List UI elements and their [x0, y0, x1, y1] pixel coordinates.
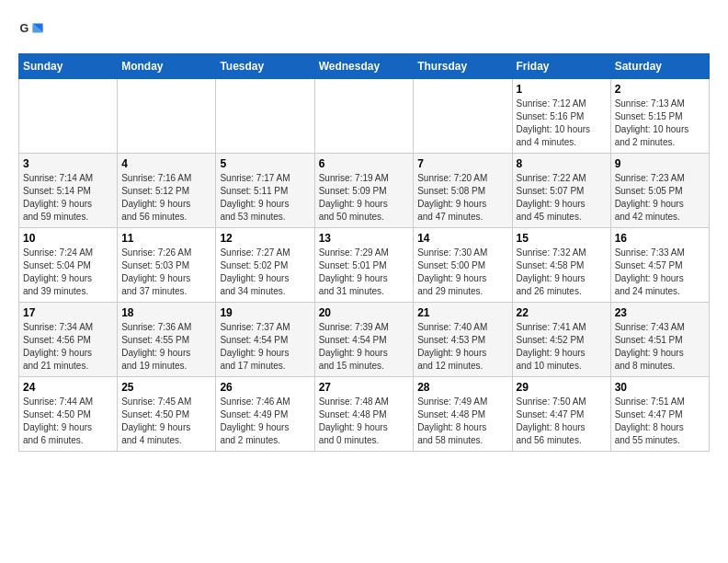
day-info: Sunrise: 7:16 AM Sunset: 5:12 PM Dayligh…	[121, 172, 211, 224]
calendar-cell: 12Sunrise: 7:27 AM Sunset: 5:02 PM Dayli…	[216, 228, 314, 303]
day-info: Sunrise: 7:12 AM Sunset: 5:16 PM Dayligh…	[517, 98, 607, 149]
day-info: Sunrise: 7:22 AM Sunset: 5:07 PM Dayligh…	[517, 172, 607, 224]
day-number: 16	[615, 232, 705, 245]
calendar-cell: 5Sunrise: 7:17 AM Sunset: 5:11 PM Daylig…	[216, 154, 314, 228]
calendar-cell: 29Sunrise: 7:50 AM Sunset: 4:47 PM Dayli…	[512, 377, 610, 452]
calendar-week-1: 1Sunrise: 7:12 AM Sunset: 5:16 PM Daylig…	[19, 79, 710, 154]
day-number: 17	[23, 306, 113, 319]
day-number: 22	[517, 306, 607, 319]
day-info: Sunrise: 7:37 AM Sunset: 4:54 PM Dayligh…	[220, 321, 310, 373]
day-number: 8	[517, 157, 607, 170]
calendar-cell: 9Sunrise: 7:23 AM Sunset: 5:05 PM Daylig…	[610, 154, 709, 228]
day-number: 6	[319, 157, 410, 170]
weekday-header-sunday: Sunday	[19, 54, 118, 79]
calendar-cell: 26Sunrise: 7:46 AM Sunset: 4:49 PM Dayli…	[216, 377, 314, 452]
day-number: 9	[615, 157, 705, 170]
calendar-cell: 22Sunrise: 7:41 AM Sunset: 4:52 PM Dayli…	[512, 303, 610, 377]
day-number: 14	[417, 232, 507, 245]
day-info: Sunrise: 7:17 AM Sunset: 5:11 PM Dayligh…	[220, 172, 310, 224]
calendar-cell: 27Sunrise: 7:48 AM Sunset: 4:48 PM Dayli…	[314, 377, 414, 452]
calendar-cell: 23Sunrise: 7:43 AM Sunset: 4:51 PM Dayli…	[610, 303, 709, 377]
day-number: 27	[319, 381, 410, 394]
weekday-header-thursday: Thursday	[414, 54, 512, 79]
weekday-header-saturday: Saturday	[610, 54, 709, 79]
day-info: Sunrise: 7:26 AM Sunset: 5:03 PM Dayligh…	[121, 247, 211, 298]
calendar-cell: 3Sunrise: 7:14 AM Sunset: 5:14 PM Daylig…	[19, 154, 118, 228]
calendar-cell: 21Sunrise: 7:40 AM Sunset: 4:53 PM Dayli…	[414, 303, 512, 377]
day-number: 30	[615, 381, 705, 394]
weekday-header-monday: Monday	[118, 54, 216, 79]
calendar-cell: 17Sunrise: 7:34 AM Sunset: 4:56 PM Dayli…	[19, 303, 118, 377]
day-info: Sunrise: 7:33 AM Sunset: 4:57 PM Dayligh…	[615, 247, 705, 298]
day-info: Sunrise: 7:48 AM Sunset: 4:48 PM Dayligh…	[319, 396, 410, 447]
calendar-cell: 25Sunrise: 7:45 AM Sunset: 4:50 PM Dayli…	[118, 377, 216, 452]
day-info: Sunrise: 7:24 AM Sunset: 5:04 PM Dayligh…	[23, 247, 113, 298]
day-info: Sunrise: 7:51 AM Sunset: 4:47 PM Dayligh…	[615, 396, 705, 447]
day-number: 4	[121, 157, 211, 170]
day-info: Sunrise: 7:41 AM Sunset: 4:52 PM Dayligh…	[517, 321, 607, 373]
calendar-cell: 6Sunrise: 7:19 AM Sunset: 5:09 PM Daylig…	[314, 154, 414, 228]
day-info: Sunrise: 7:30 AM Sunset: 5:00 PM Dayligh…	[417, 247, 507, 298]
calendar-cell: 18Sunrise: 7:36 AM Sunset: 4:55 PM Dayli…	[118, 303, 216, 377]
day-number: 29	[517, 381, 607, 394]
calendar-cell: 10Sunrise: 7:24 AM Sunset: 5:04 PM Dayli…	[19, 228, 118, 303]
calendar-cell	[118, 79, 216, 154]
calendar-cell: 28Sunrise: 7:49 AM Sunset: 4:48 PM Dayli…	[414, 377, 512, 452]
calendar-table: SundayMondayTuesdayWednesdayThursdayFrid…	[18, 53, 710, 452]
day-number: 28	[417, 381, 507, 394]
day-info: Sunrise: 7:39 AM Sunset: 4:54 PM Dayligh…	[319, 321, 410, 373]
day-number: 21	[417, 306, 507, 319]
day-number: 5	[220, 157, 310, 170]
day-info: Sunrise: 7:19 AM Sunset: 5:09 PM Dayligh…	[319, 172, 410, 224]
calendar-cell: 11Sunrise: 7:26 AM Sunset: 5:03 PM Dayli…	[118, 228, 216, 303]
day-number: 24	[23, 381, 113, 394]
calendar-cell: 8Sunrise: 7:22 AM Sunset: 5:07 PM Daylig…	[512, 154, 610, 228]
calendar-cell	[19, 79, 118, 154]
day-info: Sunrise: 7:27 AM Sunset: 5:02 PM Dayligh…	[220, 247, 310, 298]
day-number: 11	[121, 232, 211, 245]
logo-icon: G	[18, 18, 44, 44]
day-number: 26	[220, 381, 310, 394]
day-info: Sunrise: 7:29 AM Sunset: 5:01 PM Dayligh…	[319, 247, 410, 298]
day-number: 23	[615, 306, 705, 319]
weekday-header-friday: Friday	[512, 54, 610, 79]
calendar-cell: 15Sunrise: 7:32 AM Sunset: 4:58 PM Dayli…	[512, 228, 610, 303]
day-info: Sunrise: 7:45 AM Sunset: 4:50 PM Dayligh…	[121, 396, 211, 447]
svg-text:G: G	[19, 22, 28, 35]
calendar-week-2: 3Sunrise: 7:14 AM Sunset: 5:14 PM Daylig…	[19, 154, 710, 228]
day-number: 13	[319, 232, 410, 245]
calendar-week-4: 17Sunrise: 7:34 AM Sunset: 4:56 PM Dayli…	[19, 303, 710, 377]
calendar-week-5: 24Sunrise: 7:44 AM Sunset: 4:50 PM Dayli…	[19, 377, 710, 452]
calendar-cell: 20Sunrise: 7:39 AM Sunset: 4:54 PM Dayli…	[314, 303, 414, 377]
day-info: Sunrise: 7:46 AM Sunset: 4:49 PM Dayligh…	[220, 396, 310, 447]
day-number: 10	[23, 232, 113, 245]
calendar-cell: 24Sunrise: 7:44 AM Sunset: 4:50 PM Dayli…	[19, 377, 118, 452]
calendar-cell: 16Sunrise: 7:33 AM Sunset: 4:57 PM Dayli…	[610, 228, 709, 303]
day-number: 25	[121, 381, 211, 394]
day-number: 7	[417, 157, 507, 170]
calendar-cell: 4Sunrise: 7:16 AM Sunset: 5:12 PM Daylig…	[118, 154, 216, 228]
day-number: 20	[319, 306, 410, 319]
day-info: Sunrise: 7:34 AM Sunset: 4:56 PM Dayligh…	[23, 321, 113, 373]
calendar-cell	[216, 79, 314, 154]
day-number: 15	[517, 232, 607, 245]
day-number: 2	[615, 83, 705, 96]
calendar-cell: 13Sunrise: 7:29 AM Sunset: 5:01 PM Dayli…	[314, 228, 414, 303]
calendar-cell: 2Sunrise: 7:13 AM Sunset: 5:15 PM Daylig…	[610, 79, 709, 154]
calendar-body: 1Sunrise: 7:12 AM Sunset: 5:16 PM Daylig…	[19, 79, 710, 452]
day-number: 1	[517, 83, 607, 96]
day-info: Sunrise: 7:36 AM Sunset: 4:55 PM Dayligh…	[121, 321, 211, 373]
day-info: Sunrise: 7:43 AM Sunset: 4:51 PM Dayligh…	[615, 321, 705, 373]
calendar-cell	[314, 79, 414, 154]
day-info: Sunrise: 7:13 AM Sunset: 5:15 PM Dayligh…	[615, 98, 705, 149]
page-header: G	[18, 18, 710, 44]
day-info: Sunrise: 7:14 AM Sunset: 5:14 PM Dayligh…	[23, 172, 113, 224]
day-number: 3	[23, 157, 113, 170]
calendar-week-3: 10Sunrise: 7:24 AM Sunset: 5:04 PM Dayli…	[19, 228, 710, 303]
calendar-header-row: SundayMondayTuesdayWednesdayThursdayFrid…	[19, 54, 710, 79]
calendar-cell: 7Sunrise: 7:20 AM Sunset: 5:08 PM Daylig…	[414, 154, 512, 228]
day-info: Sunrise: 7:50 AM Sunset: 4:47 PM Dayligh…	[517, 396, 607, 447]
day-number: 18	[121, 306, 211, 319]
calendar-cell: 19Sunrise: 7:37 AM Sunset: 4:54 PM Dayli…	[216, 303, 314, 377]
weekday-header-wednesday: Wednesday	[314, 54, 414, 79]
